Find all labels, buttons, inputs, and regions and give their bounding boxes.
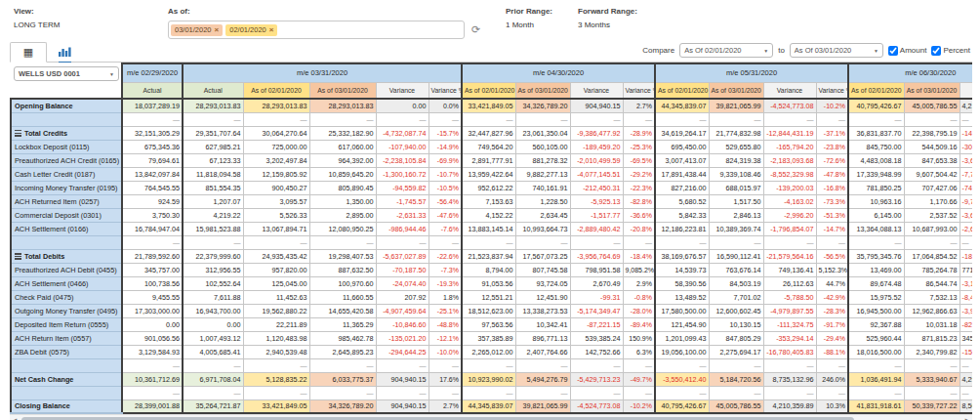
cell: -14,433,0 xyxy=(960,126,972,140)
asof-input[interactable]: 03/01/2020 × 02/01/2020 × xyxy=(168,21,465,39)
view-field: View: LONG TERM xyxy=(14,7,168,29)
cell: 1,120,483.98 xyxy=(243,331,309,345)
cell: 25,332,182.90 xyxy=(309,126,376,140)
cell: — xyxy=(709,386,763,399)
compare-from-select[interactable]: As Of 02/01/2020 ▼ xyxy=(679,43,773,58)
cell: 12,551.21 xyxy=(462,290,515,304)
cell: 5,494,276.79 xyxy=(515,372,570,386)
cell: 0.00 xyxy=(376,99,429,112)
cell: -10,846.60 xyxy=(376,317,429,331)
cell: -12,844,431.19 xyxy=(763,126,816,140)
stack-icon[interactable] xyxy=(15,130,21,137)
cell: 3,007,413.07 xyxy=(655,153,709,167)
cell: — xyxy=(655,112,709,126)
cell: -1,796,854.07 xyxy=(763,222,816,235)
column-subheader: Variance xyxy=(960,82,972,99)
grid-view-tab[interactable]: ▦ xyxy=(10,42,47,63)
asof-chip[interactable]: 03/01/2020 × xyxy=(171,24,223,36)
cell: 9,339,108.46 xyxy=(709,167,763,181)
cell: -301,2 xyxy=(960,140,972,153)
chip-remove-icon[interactable]: × xyxy=(269,26,274,34)
cell: 617,060.00 xyxy=(309,140,376,153)
prior-range-label: Prior Range: xyxy=(506,7,566,16)
cell: -2,010,499.59 xyxy=(570,153,623,167)
chip-remove-icon[interactable]: × xyxy=(215,26,220,34)
cell: -10.2% xyxy=(816,99,848,112)
cell: 5,842.33 xyxy=(655,208,709,222)
row-label: Opening Balance xyxy=(11,99,122,112)
cell: 15,981,523.88 xyxy=(183,222,243,235)
cell: — xyxy=(570,235,623,249)
cell: — xyxy=(376,358,429,372)
cell: -29.2% xyxy=(623,167,655,181)
cell: 36,831,837.70 xyxy=(848,126,904,140)
forecast-grid: WELLS USD 0001▼m/e 02/29/2020m/e 03/31/2… xyxy=(10,63,972,414)
table-row: Cash Letter Credit (0187)13,842,097.8411… xyxy=(11,167,972,181)
column-subheader: Variance xyxy=(763,82,816,99)
cell: -212,450.31 xyxy=(570,181,623,194)
compare-to-select[interactable]: As Of 03/01/2020 ▼ xyxy=(790,43,883,58)
cell: -88.1% xyxy=(816,345,848,358)
cell: 900,450.27 xyxy=(243,181,309,194)
cell: -21,579,564.16 xyxy=(763,249,816,263)
row-label: Total Debits xyxy=(11,249,122,263)
cell: 798,951.58 xyxy=(570,263,623,276)
table-row: Incoming Money Transfer (0195)764,545.55… xyxy=(11,181,972,194)
cell: 19,562,880.22 xyxy=(243,304,309,317)
row-label: ACH Settlement (0466) xyxy=(11,276,122,290)
cell: 357,385.89 xyxy=(462,331,515,345)
scrollbar-thumb[interactable] xyxy=(21,417,854,420)
cell: 79,694.61 xyxy=(122,153,183,167)
cell: -73.3% xyxy=(816,194,848,208)
cell: 34,326,789.20 xyxy=(309,399,376,413)
cell: 3,095.57 xyxy=(243,194,309,208)
cell: 44,345,839.07 xyxy=(655,99,709,112)
cell: -294,644.25 xyxy=(376,345,429,358)
cell: — xyxy=(848,386,904,399)
table-row: Total Debits21,789,592.6022,379,999.6024… xyxy=(11,249,972,263)
cell: 1,228.50 xyxy=(515,194,570,208)
cell: 67,123.33 xyxy=(183,153,243,167)
cell: 18,016,500.00 xyxy=(848,345,904,358)
cell: 19,298,407.53 xyxy=(309,249,376,263)
cell: 8,735,132.96 xyxy=(763,372,816,386)
cell: 9,607,504.42 xyxy=(904,167,960,181)
cell: 4,005,685.41 xyxy=(183,345,243,358)
cell: 7,532.13 xyxy=(904,290,960,304)
cell: 12,186,223.81 xyxy=(655,222,709,235)
cell: 871,815.23 xyxy=(904,331,960,345)
cell: 807,745.58 xyxy=(515,263,570,276)
chart-view-tab[interactable] xyxy=(47,43,82,62)
month-group-header: m/e 04/30/2020 xyxy=(462,63,655,82)
cell: 28,293,013.83 xyxy=(183,99,243,112)
cell: 50,339,727.22 xyxy=(904,399,960,413)
cell: — xyxy=(816,235,848,249)
cell: -70,187.50 xyxy=(376,263,429,276)
cell: 86,544.74 xyxy=(904,276,960,290)
compare-label: Compare xyxy=(642,46,674,55)
cell: 529,655.80 xyxy=(709,140,763,153)
cell: 847,805.29 xyxy=(709,331,763,345)
cell: -12.1% xyxy=(429,331,462,345)
account-select[interactable]: WELLS USD 0001▼ xyxy=(14,66,119,81)
cell: -56.4% xyxy=(429,194,462,208)
cell: -2,631.33 xyxy=(376,208,429,222)
percent-checkbox[interactable] xyxy=(931,46,941,56)
refresh-icon[interactable]: ⟳ xyxy=(471,24,480,35)
table-row: ACH Settlement (0466)100,738.56102,552.6… xyxy=(11,276,972,290)
cell: — xyxy=(462,112,515,126)
amount-checkbox[interactable] xyxy=(888,46,898,56)
cell: -8,4 xyxy=(960,290,972,304)
cell: — xyxy=(309,386,376,399)
column-subheader: As of 03/01/2020 xyxy=(709,82,763,99)
column-subheader: As of 03/01/2020 xyxy=(904,82,960,99)
cell: — xyxy=(763,112,816,126)
asof-chip[interactable]: 02/01/2020 × xyxy=(225,24,277,36)
stack-icon[interactable] xyxy=(15,253,21,260)
cell: — xyxy=(183,235,243,249)
cell: 11,365.29 xyxy=(309,317,376,331)
cell: -87,221.15 xyxy=(570,317,623,331)
horizontal-scrollbar[interactable]: ◄ ► xyxy=(10,414,972,420)
cell: 5,152.3% xyxy=(816,263,848,276)
cell: 22,379,999.60 xyxy=(183,249,243,263)
